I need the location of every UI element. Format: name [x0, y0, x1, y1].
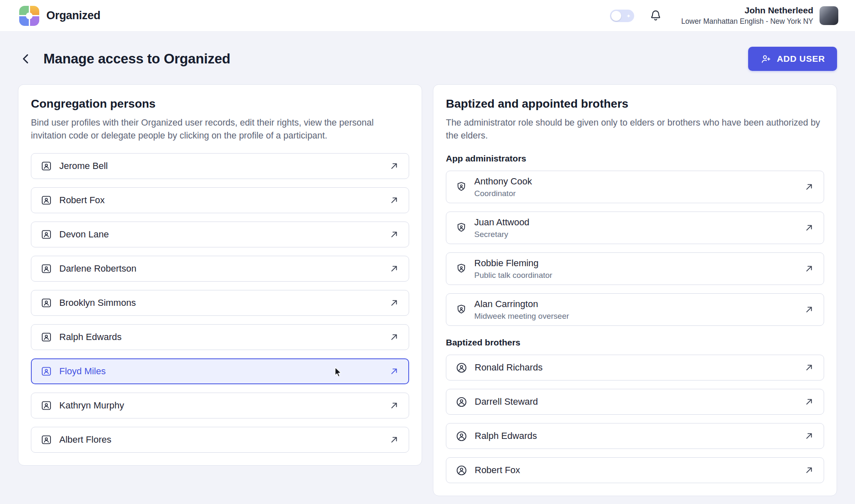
brother-name: Robert Fox [475, 465, 520, 476]
user-name: John Netherleed [681, 5, 813, 15]
theme-toggle[interactable]: ✦ [610, 10, 634, 22]
card-title: Baptized and appointed brothers [446, 97, 824, 111]
open-profile-arrow-icon[interactable] [804, 431, 815, 441]
open-profile-arrow-icon[interactable] [389, 400, 400, 411]
user-congregation: Lower Manhattan English - New York NY [681, 17, 813, 26]
admin-name: Juan Attwood [474, 217, 529, 228]
admin-texts: Alan Carrington Midweek meeting overseer [474, 299, 569, 320]
open-profile-arrow-icon[interactable] [389, 434, 400, 445]
card-description: Bind user profiles with their Organized … [31, 116, 409, 142]
brother-row[interactable]: Ralph Edwards [446, 423, 824, 449]
open-profile-arrow-icon[interactable] [804, 263, 815, 274]
admin-name: Anthony Cook [474, 176, 532, 187]
brother-name: Darrell Steward [475, 396, 538, 407]
contact-card-icon [40, 194, 52, 206]
admin-role: Coordinator [474, 189, 532, 198]
section-label-app-administrators: App administrators [446, 154, 824, 164]
person-name: Jerome Bell [59, 161, 108, 171]
congregation-persons-card: Congregation persons Bind user profiles … [18, 84, 422, 466]
brother-row[interactable]: Darrell Steward [446, 389, 824, 415]
admins-list: Anthony Cook Coordinator Juan Attwood Se… [446, 171, 824, 326]
circle-user-icon [455, 430, 468, 442]
person-name: Floyd Miles [59, 366, 106, 377]
brother-name: Ralph Edwards [475, 431, 537, 441]
person-row[interactable]: Brooklyn Simmons [31, 290, 409, 316]
user-plus-icon [760, 53, 772, 65]
open-profile-arrow-icon[interactable] [389, 161, 400, 171]
admin-row[interactable]: Juan Attwood Secretary [446, 212, 824, 244]
person-row[interactable]: Kathryn Murphy [31, 393, 409, 418]
admin-role: Midweek meeting overseer [474, 312, 569, 321]
chevron-left-icon [20, 53, 32, 65]
page: Manage access to Organized ADD USER Cong… [0, 47, 855, 496]
circle-user-icon [455, 396, 468, 408]
brand-title: Organized [46, 9, 100, 22]
user-menu[interactable]: John Netherleed Lower Manhattan English … [681, 5, 838, 26]
section-label-baptized-brothers: Baptized brothers [446, 338, 824, 348]
open-profile-arrow-icon[interactable] [804, 181, 815, 192]
shield-user-icon [455, 263, 467, 275]
avatar[interactable] [820, 6, 838, 25]
person-row[interactable]: Ralph Edwards [31, 324, 409, 350]
person-name: Ralph Edwards [59, 332, 121, 343]
add-user-button[interactable]: ADD USER [748, 47, 837, 71]
bell-icon [649, 9, 662, 22]
person-row[interactable]: Albert Flores [31, 427, 409, 453]
contact-card-icon [40, 263, 52, 275]
page-title: Manage access to Organized [43, 51, 230, 67]
circle-user-icon [455, 362, 468, 374]
admin-row[interactable]: Anthony Cook Coordinator [446, 171, 824, 203]
person-row[interactable]: Darlene Robertson [31, 256, 409, 282]
contact-card-icon [40, 229, 52, 240]
open-profile-arrow-icon[interactable] [389, 195, 400, 206]
admin-row[interactable]: Alan Carrington Midweek meeting overseer [446, 293, 824, 326]
user-texts: John Netherleed Lower Manhattan English … [681, 5, 813, 26]
person-row[interactable]: Robert Fox [31, 187, 409, 213]
organized-logo-icon [19, 6, 39, 26]
person-row[interactable]: Jerome Bell [31, 153, 409, 179]
contact-card-icon [40, 297, 52, 309]
open-profile-arrow-icon[interactable] [804, 362, 815, 373]
admin-texts: Anthony Cook Coordinator [474, 176, 532, 198]
card-title: Congregation persons [31, 97, 409, 111]
open-profile-arrow-icon[interactable] [389, 297, 400, 308]
back-button[interactable] [18, 51, 34, 67]
brother-row[interactable]: Ronald Richards [446, 355, 824, 381]
shield-user-icon [455, 181, 467, 193]
shield-user-icon [455, 304, 467, 315]
sparkle-icon: ✦ [626, 13, 631, 18]
person-name: Robert Fox [59, 195, 105, 206]
cards-container: Congregation persons Bind user profiles … [18, 84, 837, 496]
topbar-actions: ✦ John Netherleed Lower Manhattan Englis… [610, 5, 838, 26]
open-profile-arrow-icon[interactable] [804, 222, 815, 233]
open-profile-arrow-icon[interactable] [804, 304, 815, 315]
contact-card-icon [40, 400, 52, 411]
contact-card-icon [40, 331, 52, 343]
person-name: Albert Flores [59, 434, 111, 445]
person-row[interactable]: Devon Lane [31, 222, 409, 247]
card-description: The administrator role should be given o… [446, 116, 824, 142]
person-name: Kathryn Murphy [59, 400, 124, 411]
brother-row[interactable]: Robert Fox [446, 457, 824, 483]
open-profile-arrow-icon[interactable] [389, 229, 400, 240]
open-profile-arrow-icon[interactable] [389, 366, 400, 377]
person-name: Brooklyn Simmons [59, 297, 136, 308]
circle-user-icon [455, 464, 468, 476]
persons-list: Jerome Bell Robert Fox Devon Lane Darlen… [31, 153, 409, 453]
contact-card-icon [40, 160, 52, 172]
admin-texts: Juan Attwood Secretary [474, 217, 529, 239]
open-profile-arrow-icon[interactable] [389, 332, 400, 343]
open-profile-arrow-icon[interactable] [804, 396, 815, 407]
open-profile-arrow-icon[interactable] [804, 465, 815, 476]
shield-user-icon [455, 222, 467, 234]
open-profile-arrow-icon[interactable] [389, 263, 400, 274]
topbar: Organized ✦ John Netherleed Lower Manhat… [0, 0, 855, 32]
person-name: Darlene Robertson [59, 263, 137, 274]
admin-row[interactable]: Robbie Fleming Public talk coordinator [446, 252, 824, 285]
notifications-button[interactable] [649, 9, 662, 22]
person-name: Devon Lane [59, 229, 109, 240]
admin-name: Alan Carrington [474, 299, 569, 310]
admin-role: Public talk coordinator [474, 271, 552, 280]
contact-card-icon [40, 434, 52, 446]
person-row-selected[interactable]: Floyd Miles [31, 358, 409, 384]
